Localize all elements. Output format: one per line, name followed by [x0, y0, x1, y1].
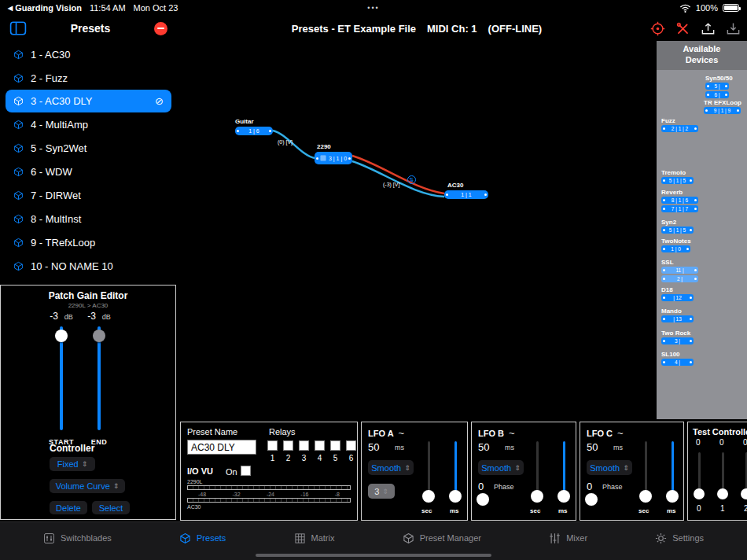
lfo-c-shape-select[interactable]: Smooth ⇕ [587, 460, 632, 475]
tools-button[interactable] [675, 21, 690, 36]
device-port-bar[interactable]: 8 | 1 | 6 [661, 197, 698, 204]
ac30-node[interactable]: 1 | 1 [444, 190, 488, 199]
device-port-bar[interactable]: 11 | [661, 267, 698, 274]
midi-alert-icon[interactable] [154, 22, 167, 35]
relay-checkbox-2[interactable] [283, 440, 293, 451]
export-button[interactable] [701, 21, 716, 36]
controller-slider-1[interactable] [698, 452, 701, 490]
controller-slider-2[interactable] [722, 452, 724, 490]
delete-button[interactable]: Delete [50, 501, 87, 514]
preset-list-item[interactable]: 8 - MultInst [0, 207, 177, 230]
preset-list-item[interactable]: 9 - TRefxLoop [0, 230, 177, 254]
tab-preset-manager[interactable]: Preset Manager [403, 532, 481, 544]
matrix-mini-icon [320, 155, 326, 161]
device-ssl[interactable]: SSL 11 | 2 | [661, 259, 698, 284]
relay-checkbox-1[interactable] [267, 440, 278, 451]
lfo-b-ms-knob[interactable] [557, 490, 570, 503]
device-port-bar[interactable]: 2 | 1 | 2 [661, 125, 698, 132]
preset-list-item[interactable]: 4 - MultiAmp [0, 112, 177, 136]
gain-node-icon[interactable]: ⇅ [407, 175, 416, 184]
device-syn2[interactable]: Syn2 5 | 1 | 5 [661, 219, 694, 235]
device-port-bar[interactable]: | 13 [661, 315, 694, 322]
tab-matrix[interactable]: Matrix [294, 532, 335, 544]
device-port-bar[interactable]: 2 | [661, 275, 698, 282]
device-port-bar[interactable]: 9 | 1 | 9 [704, 107, 741, 114]
lfo-c-sec-knob[interactable] [639, 490, 652, 503]
device-reverb[interactable]: Reverb 8 | 1 | 6 7 | 1 | 7 [661, 189, 698, 214]
sidebar-toggle-button[interactable] [9, 21, 27, 35]
preset-cube-icon [13, 238, 24, 248]
preset-list-item[interactable]: 5 - Syn2Wet [0, 136, 177, 160]
guitar-node[interactable]: 1 | 6 [235, 127, 273, 135]
end-gain-knob[interactable] [93, 330, 105, 342]
lfo-b-sec-knob[interactable] [531, 490, 543, 503]
preset-name-label: Preset Name [187, 427, 237, 437]
lfo-c-phase-knob[interactable] [585, 493, 598, 506]
preset-list-item-selected[interactable]: 3 - AC30 DLY ⊘ [6, 90, 171, 112]
lfo-b-shape-select[interactable]: Smooth ⇕ [478, 460, 524, 475]
device-port-bar[interactable]: 6 | [705, 91, 729, 98]
relay-checkbox-6[interactable] [346, 440, 356, 451]
device-port-bar[interactable]: 7 | 1 | 7 [661, 205, 698, 212]
start-gain-knob[interactable] [55, 330, 68, 342]
device-tremolo[interactable]: Tremolo 5 | 1 | 5 [661, 169, 694, 186]
lfo-a-ms-knob[interactable] [449, 490, 462, 503]
preset-list-item[interactable]: 6 - WDW [0, 160, 177, 183]
lfo-a-sec-knob[interactable] [422, 490, 435, 503]
tab-switchblades[interactable]: Switchblades [43, 532, 112, 544]
lfo-a-sec-label: sec [421, 507, 432, 514]
midi-channel: MIDI Ch: 1 [427, 23, 477, 35]
relay-checkbox-5[interactable] [330, 440, 340, 451]
device-port-bar[interactable]: 5 | 1 | 5 [661, 227, 694, 234]
controller-knob-1[interactable] [694, 488, 705, 499]
lfo-a-divisor-select[interactable]: 3 ⇕ [368, 484, 395, 499]
import-button[interactable] [726, 21, 741, 36]
lfo-b-phase-knob[interactable] [477, 493, 489, 506]
home-indicator[interactable] [256, 554, 491, 557]
2290-node[interactable]: 3 | 1 | 0 [315, 152, 352, 164]
end-gain-number: -3 [87, 311, 96, 322]
relay-checkbox-3[interactable] [299, 440, 309, 451]
vu-scale: -48 -32 -24 -16 -8 [187, 492, 351, 497]
target-button[interactable] [650, 21, 665, 36]
lfo-c-ms-knob[interactable] [666, 490, 679, 503]
preset-list-item[interactable]: 10 - NO NAME 10 [0, 254, 177, 278]
io-vu-checkbox[interactable] [241, 466, 251, 476]
preset-list-item[interactable]: 1 - AC30 [0, 42, 177, 66]
device-port-bar[interactable]: 1 | 0 [661, 245, 690, 252]
device-port-bar[interactable]: 3 | [661, 337, 694, 344]
device-port-bar[interactable]: | 12 [661, 294, 694, 301]
matrix-icon [294, 532, 306, 544]
preset-name-input[interactable] [187, 440, 256, 455]
controller-mode-select[interactable]: Fixed ⇕ [50, 457, 95, 471]
preset-list-item[interactable]: 2 - Fuzz [0, 66, 177, 90]
device-sl100[interactable]: SL100 4 | [661, 351, 694, 367]
select-button[interactable]: Select [92, 501, 130, 514]
lfo-a-shape-select[interactable]: Smooth ⇕ [368, 460, 414, 475]
tab-settings[interactable]: Settings [655, 532, 704, 544]
back-to-app-button[interactable]: ◀ Guarding Vision [8, 3, 82, 13]
device-mando[interactable]: Mando | 13 [661, 308, 694, 324]
device-tr-efxloop[interactable]: TR EFXLoop 9 | 1 | 9 [704, 99, 741, 116]
controller-knob-2[interactable] [717, 488, 728, 499]
preset-list-item[interactable]: 7 - DIRWet [0, 183, 177, 207]
controller-curve-select[interactable]: Volume Curve ⇕ [50, 479, 125, 493]
device-fuzz[interactable]: Fuzz 2 | 1 | 2 [661, 117, 698, 134]
device-port-bar[interactable]: 4 | [661, 359, 694, 366]
device-syn5050[interactable]: Syn50/50 5 | 6 | [705, 75, 733, 100]
preset-label: 2 - Fuzz [31, 72, 68, 84]
tab-presets[interactable]: Presets [179, 532, 226, 544]
tab-mixer[interactable]: Mixer [549, 532, 587, 544]
lfo-a-ms-label: ms [450, 507, 459, 514]
device-port-bar[interactable]: 5 | [705, 83, 729, 90]
controller-knob-3[interactable] [741, 488, 747, 499]
patch-canvas[interactable]: Guitar 1 | 6 2290 3 | 1 | 0 AC30 1 | 1 (… [177, 41, 657, 421]
device-port-bar[interactable]: 5 | 1 | 5 [661, 177, 694, 184]
device-two-rock[interactable]: Two Rock 3 | [661, 330, 694, 346]
2290-node-ports: 3 | 1 | 0 [329, 156, 347, 161]
devices-title-line2: Devices [657, 55, 747, 66]
relay-checkbox-4[interactable] [315, 440, 325, 451]
device-d18[interactable]: D18 | 12 [661, 286, 694, 303]
device-twonotes[interactable]: TwoNotes 1 | 0 [661, 238, 691, 254]
lfo-b-panel: LFO B ~ 50 ms Smooth ⇕ 0 Phase sec ms [471, 422, 576, 521]
